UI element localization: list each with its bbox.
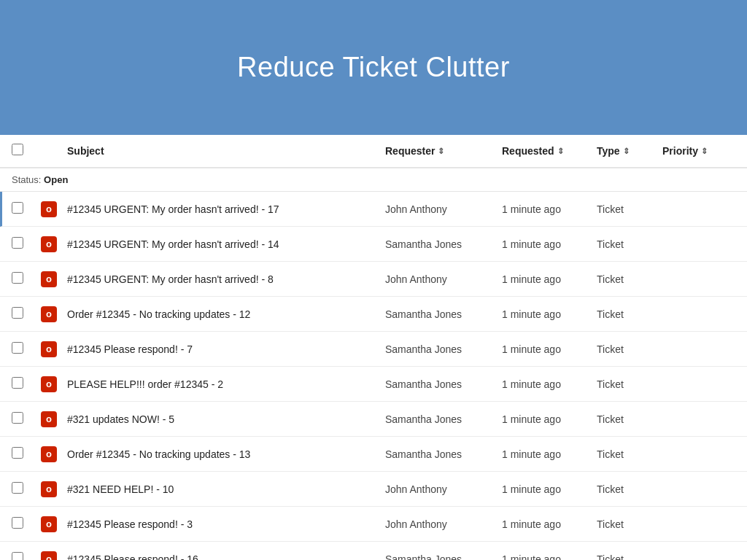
row-checkbox[interactable] [12, 377, 23, 389]
ticket-type-icon: o [41, 236, 57, 252]
ticket-icon-cell: o [41, 551, 67, 561]
row-checkbox[interactable] [12, 482, 23, 494]
ticket-icon-cell: o [41, 306, 67, 322]
ticket-rows-container: o #12345 URGENT: My order hasn't arrived… [0, 192, 747, 560]
ticket-type: Ticket [597, 273, 662, 285]
ticket-requester: Samantha Jones [385, 378, 502, 390]
ticket-requested: 1 minute ago [502, 203, 597, 215]
row-checkbox[interactable] [12, 342, 23, 354]
row-checkbox-cell [12, 517, 41, 532]
ticket-icon-cell: o [41, 481, 67, 497]
column-header-requester[interactable]: Requester ⇕ [385, 145, 502, 157]
row-checkbox-cell [12, 447, 41, 462]
ticket-icon-cell: o [41, 411, 67, 427]
header-banner: Reduce Ticket Clutter [0, 0, 747, 135]
table-row[interactable]: o #12345 URGENT: My order hasn't arrived… [0, 262, 747, 297]
ticket-requested: 1 minute ago [502, 448, 597, 460]
ticket-icon-cell: o [41, 446, 67, 462]
ticket-type-icon: o [41, 446, 57, 462]
column-header-priority[interactable]: Priority ⇕ [662, 145, 735, 157]
ticket-requested: 1 minute ago [502, 413, 597, 425]
row-checkbox[interactable] [12, 307, 23, 319]
ticket-type-icon: o [41, 376, 57, 392]
row-checkbox[interactable] [12, 412, 23, 424]
ticket-requester: Samantha Jones [385, 308, 502, 320]
ticket-subject: #12345 Please respond! - 7 [67, 343, 385, 355]
ticket-icon-cell: o [41, 341, 67, 357]
row-checkbox[interactable] [12, 202, 23, 214]
ticket-subject: #321 NEED HELP! - 10 [67, 483, 385, 495]
ticket-subject: PLEASE HELP!!! order #12345 - 2 [67, 378, 385, 390]
ticket-table-container: Subject Requester ⇕ Requested ⇕ Type ⇕ P… [0, 135, 747, 560]
table-row[interactable]: o #12345 Please respond! - 3 John Anthon… [0, 507, 747, 542]
column-header-type[interactable]: Type ⇕ [597, 145, 662, 157]
row-checkbox-cell [12, 342, 41, 357]
ticket-type: Ticket [597, 518, 662, 530]
ticket-subject: #321 updates NOW! - 5 [67, 413, 385, 425]
ticket-requested: 1 minute ago [502, 343, 597, 355]
ticket-requested: 1 minute ago [502, 238, 597, 250]
ticket-type-icon: o [41, 271, 57, 287]
row-checkbox[interactable] [12, 552, 23, 561]
table-row[interactable]: o #321 updates NOW! - 5 Samantha Jones 1… [0, 402, 747, 437]
type-sort-icon: ⇕ [623, 147, 630, 156]
ticket-requester: John Anthony [385, 273, 502, 285]
row-checkbox[interactable] [12, 517, 23, 529]
ticket-subject: #12345 URGENT: My order hasn't arrived! … [67, 203, 385, 215]
ticket-requester: Samantha Jones [385, 343, 502, 355]
ticket-requester: John Anthony [385, 483, 502, 495]
ticket-type: Ticket [597, 343, 662, 355]
table-header: Subject Requester ⇕ Requested ⇕ Type ⇕ P… [0, 135, 747, 168]
table-row[interactable]: o #12345 URGENT: My order hasn't arrived… [0, 227, 747, 262]
table-row[interactable]: o #12345 URGENT: My order hasn't arrived… [0, 192, 747, 227]
row-checkbox-cell [12, 272, 41, 287]
select-all-checkbox[interactable] [12, 144, 23, 155]
ticket-subject: #12345 Please respond! - 16 [67, 553, 385, 561]
ticket-icon-cell: o [41, 376, 67, 392]
ticket-type: Ticket [597, 553, 662, 561]
row-checkbox-cell [12, 377, 41, 392]
ticket-type-icon: o [41, 481, 57, 497]
ticket-type: Ticket [597, 483, 662, 495]
requested-sort-icon: ⇕ [557, 147, 564, 156]
table-row[interactable]: o #12345 Please respond! - 7 Samantha Jo… [0, 332, 747, 367]
ticket-type: Ticket [597, 308, 662, 320]
ticket-icon-cell: o [41, 516, 67, 532]
column-header-subject: Subject [67, 145, 385, 157]
ticket-type: Ticket [597, 238, 662, 250]
ticket-subject: #12345 URGENT: My order hasn't arrived! … [67, 238, 385, 250]
table-row[interactable]: o Order #12345 - No tracking updates - 1… [0, 297, 747, 332]
ticket-requester: Samantha Jones [385, 448, 502, 460]
ticket-type-icon: o [41, 516, 57, 532]
ticket-requested: 1 minute ago [502, 518, 597, 530]
ticket-type: Ticket [597, 203, 662, 215]
table-row[interactable]: o #12345 Please respond! - 16 Samantha J… [0, 542, 747, 560]
table-row[interactable]: o #321 NEED HELP! - 10 John Anthony 1 mi… [0, 472, 747, 507]
ticket-requester: Samantha Jones [385, 553, 502, 561]
ticket-icon-cell: o [41, 201, 67, 217]
ticket-type: Ticket [597, 378, 662, 390]
ticket-subject: #12345 URGENT: My order hasn't arrived! … [67, 273, 385, 285]
table-row[interactable]: o PLEASE HELP!!! order #12345 - 2 Samant… [0, 367, 747, 402]
ticket-subject: #12345 Please respond! - 3 [67, 518, 385, 530]
row-checkbox-cell [12, 552, 41, 561]
ticket-requester: Samantha Jones [385, 238, 502, 250]
ticket-requested: 1 minute ago [502, 483, 597, 495]
table-row[interactable]: o Order #12345 - No tracking updates - 1… [0, 437, 747, 472]
row-checkbox[interactable] [12, 237, 23, 249]
row-checkbox[interactable] [12, 272, 23, 284]
column-header-requested[interactable]: Requested ⇕ [502, 145, 597, 157]
ticket-requested: 1 minute ago [502, 273, 597, 285]
ticket-type-icon: o [41, 341, 57, 357]
ticket-requested: 1 minute ago [502, 553, 597, 561]
ticket-type: Ticket [597, 413, 662, 425]
ticket-icon-cell: o [41, 236, 67, 252]
ticket-type-icon: o [41, 306, 57, 322]
row-checkbox-cell [12, 412, 41, 427]
row-checkbox[interactable] [12, 447, 23, 459]
ticket-subject: Order #12345 - No tracking updates - 12 [67, 308, 385, 320]
ticket-requester: John Anthony [385, 518, 502, 530]
ticket-type-icon: o [41, 411, 57, 427]
ticket-requested: 1 minute ago [502, 308, 597, 320]
ticket-icon-cell: o [41, 271, 67, 287]
